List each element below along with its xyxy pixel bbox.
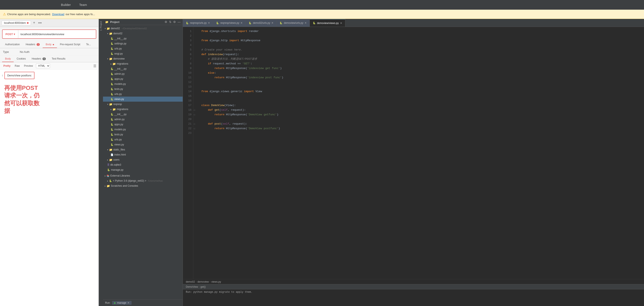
tree-apps2[interactable]: 🐍 apps.py [103,122,183,127]
builder-label: Builder [61,3,71,7]
run-label: Run: [105,301,110,304]
run-tab[interactable]: ▶ manage ✕ [112,301,131,305]
settings-icon[interactable]: ⚙ [164,20,167,24]
tree-init3[interactable]: 🐍 __init__.py [103,112,183,117]
tree-db[interactable]: 🗄 db.sqlite3 [103,162,183,167]
tree-index-html[interactable]: 📄 index.html [103,152,183,157]
warning-rest: our free native apps fo... [66,13,95,16]
format-select[interactable]: HTML JSON XML Text [36,64,50,68]
breadcrumb-item1: demo02 [186,280,195,283]
tab-reqresp-urls[interactable]: 🐍 reqresp/urls.py ✕ [183,19,213,27]
response-headers-badge: 5 [42,57,46,60]
postman-panel: localhost:8000/dem + ••• POST ▾ Authoriz… [0,19,99,306]
tree-views1[interactable]: 🐍 views.py [103,97,183,102]
fmt-raw[interactable]: Raw [14,64,21,68]
tree-migrations2[interactable]: ▸ 📁 migrations [103,107,183,112]
tab-demo02-urls[interactable]: 🐍 demo02/urls.py ✕ [246,19,276,27]
breadcrumb-item3: views.py [211,280,221,283]
url-input[interactable] [18,30,96,38]
line-numbers: 12345 678910 1112131415 1617181920 21222… [183,27,193,279]
file-tree-panel: 📁 Project ⚙ ⇅ ⚙ — ▾ 📁 demo02 ~/Desktop/e… [103,19,183,306]
tree-models2[interactable]: 🐍 models.py [103,127,183,132]
tree-users[interactable]: ▸ 📁 users [103,157,183,162]
project-folder-icon: 📁 [105,21,108,24]
tree-reqresp[interactable]: ▾ 📁 reqresp [103,102,183,107]
file-tree-body: ▾ 📁 demo02 ~/Desktop/ee02/demo02 ▾ 📁 dem… [103,25,183,299]
tree-urls3[interactable]: 🐍 urls.py [103,137,183,142]
tree-demo02[interactable]: ▾ 📁 demo02 [103,31,183,36]
warning-bar: ⚠ Chrome apps are being deprecated. Down… [0,10,644,19]
gear-icon[interactable]: ⚙ [173,20,176,24]
tree-root[interactable]: ▾ 📁 demo02 ~/Desktop/ee02/demo02 [103,26,183,31]
tree-python36[interactable]: ▸ 🐍 < Python 3.6 (django_ee02) > /Users/… [103,178,183,183]
tree-tests1[interactable]: 🐍 tests.py [103,86,183,92]
split-icon[interactable]: ⇅ [169,20,172,24]
warning-icon: ⚠ [3,12,6,16]
method-chevron: ▾ [14,33,15,36]
tree-init2[interactable]: 🐍 __init__.py [103,66,183,71]
project-title: Project [110,21,163,24]
breadcrumb-bar: demo02 › demoview › views.py [183,279,644,284]
tree-admin1[interactable]: 🐍 admin.py [103,71,183,76]
type-label: Type [3,50,20,53]
tree-models1[interactable]: 🐍 models.py [103,81,183,86]
fmt-pretty[interactable]: Pretty [2,64,12,68]
tree-wsgi[interactable]: 🐍 wsgi.py [103,51,183,56]
root-label: demo02 [111,27,120,30]
tree-scratches[interactable]: ▸ 📁 Scratches and Consoles [103,183,183,188]
editor-tabs: 🐍 reqresp/urls.py ✕ 🐍 reqresp/views.py ✕… [183,19,644,27]
chinese-annotation: 再使用POST请求一次，仍然可以获取数据 [2,80,96,117]
body-dot [53,44,54,45]
tree-urls1[interactable]: 🐍 urls.py [103,46,183,51]
code-editor[interactable]: from django.shortcuts import render from… [198,27,644,279]
tab-headers[interactable]: Headers 1 [23,41,43,48]
tree-static[interactable]: ▾ 📁 static_files [103,147,183,152]
body-tab-headers[interactable]: Headers 5 [29,56,49,62]
tree-urls2[interactable]: 🐍 urls.py [103,92,183,97]
tree-apps1[interactable]: 🐍 apps.py [103,76,183,81]
tab-more-button[interactable]: ••• [38,21,43,25]
tree-migrations1[interactable]: ▸ 📁 migrations [103,61,183,66]
tab-add-button[interactable]: + [32,21,36,25]
tree-settings[interactable]: 🐍 settings.py [103,41,183,46]
tab-reqresp-views[interactable]: 🐍 reqresp/views.py ✕ [213,19,246,27]
tab-authorization[interactable]: Authorization [2,41,23,48]
method-button[interactable]: POST ▾ [2,30,18,38]
request-tabs: Authorization Headers 1 Body Pre-request… [0,41,98,48]
minimize-icon[interactable]: — [178,20,180,24]
tree-ext-libs[interactable]: ▸ 📚 External Libraries [103,173,183,178]
tree-demoview[interactable]: ▾ 📁 demoview [103,56,183,61]
tree-admin2[interactable]: 🐍 admin.py [103,117,183,122]
project-tab-label: 1: Project [100,21,102,31]
tab-body[interactable]: Body [43,41,57,48]
tab-pre-request[interactable]: Pre-request Script [57,41,83,48]
tree-manage[interactable]: 🐍 manage.py [103,167,183,172]
tree-tests2[interactable]: 🐍 tests.py [103,132,183,137]
method-label: POST [6,33,13,36]
body-tab-body[interactable]: Body [2,56,14,62]
format-icon[interactable]: ☰ [93,64,96,68]
fmt-preview[interactable]: Preview [23,64,34,68]
top-bar: Builder Team [0,0,644,10]
tab-demoview-views[interactable]: 🐍 demoview/views.py ✕ [310,19,345,27]
vertical-project-tab[interactable]: 1: Project [99,19,103,306]
tab-demoview-urls[interactable]: 🐍 demoview/urls.py ✕ [276,19,310,27]
tab-localhost[interactable]: localhost:8000/dem [2,21,31,25]
response-box: DemoView postfunc [4,72,34,79]
demoview-breadcrumb: DemoView [186,285,198,288]
main-layout: localhost:8000/dem + ••• POST ▾ Authoriz… [0,19,644,306]
code-panel: 🐍 reqresp/urls.py ✕ 🐍 reqresp/views.py ✕… [183,19,644,306]
body-tab-test-results[interactable]: Test Results [49,56,68,62]
tab-tests[interactable]: Te... [83,41,94,48]
tree-init1[interactable]: 🐍 __init__.py [103,36,183,41]
status-bar: DemoView › get() [183,284,644,289]
team-label: Team [79,3,87,7]
get-method-breadcrumb: get() [200,285,206,288]
tab-bar: localhost:8000/dem + ••• [0,19,98,27]
tree-views2[interactable]: 🐍 views.py [103,142,183,147]
output-panel: Run: python manage.py migrate to apply t… [183,289,644,306]
breadcrumb-item2: demoview [197,280,209,283]
body-tab-cookies[interactable]: Cookies [14,56,28,62]
run-tab-close[interactable]: ✕ [127,301,130,304]
warning-link[interactable]: Download [52,13,64,16]
